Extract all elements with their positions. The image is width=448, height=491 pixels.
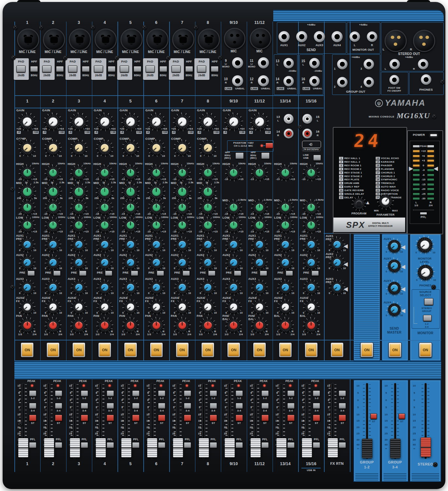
- pan-knob-9-10[interactable]: [227, 319, 240, 332]
- low-eq-knob-6[interactable]: [150, 219, 163, 232]
- pre-button-6[interactable]: [156, 271, 164, 276]
- aux2-knob-2[interactable]: [47, 256, 59, 269]
- assign-3-4-6[interactable]: [158, 403, 166, 409]
- send-master-aux1-knob[interactable]: [388, 240, 401, 252]
- phones-level-knob[interactable]: [418, 265, 433, 280]
- mid-freq-knob-3[interactable]: [72, 185, 86, 199]
- assign-3-4-5[interactable]: [132, 403, 140, 409]
- low-eq-knob-9-10[interactable]: [227, 219, 240, 232]
- pre-button-8[interactable]: [208, 271, 216, 276]
- assign-st-15-16[interactable]: [313, 415, 320, 422]
- pre-button-4[interactable]: [105, 271, 112, 276]
- pfl-button-8[interactable]: [209, 442, 217, 448]
- send-master-aux3-knob[interactable]: [388, 282, 401, 294]
- pre-button-2[interactable]: [53, 271, 61, 276]
- pan-knob-5[interactable]: [124, 319, 137, 332]
- on-button-8[interactable]: ON: [201, 342, 214, 357]
- aux2-knob-4[interactable]: [99, 256, 111, 269]
- fxrtn-aux2-knob[interactable]: [331, 256, 343, 269]
- aux1-knob-6[interactable]: [150, 238, 163, 251]
- fader-cap-stereo[interactable]: [421, 437, 431, 457]
- pfl-button-4[interactable]: [106, 442, 114, 448]
- aux3-knob-6[interactable]: [150, 281, 163, 294]
- high-eq-knob-2[interactable]: [46, 166, 60, 179]
- mid-freq-knob-5[interactable]: [123, 185, 138, 199]
- aux4-knob-9-10[interactable]: [227, 301, 240, 313]
- aux1-knob-11-12[interactable]: [253, 238, 266, 251]
- pre-button-11-12[interactable]: [260, 271, 267, 276]
- hpf-button-ch3[interactable]: [82, 66, 90, 72]
- pad-button-ch5[interactable]: [120, 65, 129, 73]
- on-button-3[interactable]: ON: [72, 342, 85, 357]
- comp-knob-7[interactable]: [175, 141, 189, 155]
- assign-st-13-14[interactable]: [287, 415, 295, 422]
- assign-1-2-11-12[interactable]: [261, 391, 269, 397]
- pad-button-ch4[interactable]: [94, 65, 103, 73]
- pfl-button-5[interactable]: [132, 442, 140, 448]
- on-button-7[interactable]: ON: [176, 342, 189, 357]
- fader-cap-9-10[interactable]: [224, 438, 235, 458]
- aux3-knob-13-14[interactable]: [279, 281, 292, 294]
- on-button-1[interactable]: ON: [21, 342, 34, 357]
- high-eq-knob-6[interactable]: [150, 166, 163, 179]
- assign-1-2-3[interactable]: [81, 391, 88, 397]
- assign-3-4-1[interactable]: [29, 403, 37, 409]
- assign-1-2-1[interactable]: [29, 391, 37, 397]
- assign-3-4-9-10[interactable]: [235, 403, 243, 409]
- mid-eq-knob-15-16[interactable]: [305, 201, 318, 214]
- mid-freq-knob-4[interactable]: [98, 185, 112, 199]
- assign-st-8[interactable]: [209, 415, 217, 422]
- assign-st-7[interactable]: [184, 415, 191, 422]
- assign-1-2-13-14[interactable]: [287, 391, 295, 397]
- mid-eq-knob-13-14[interactable]: [279, 201, 292, 214]
- assign-3-4-13-14[interactable]: [287, 403, 295, 409]
- assign-3-4-15-16[interactable]: [313, 403, 320, 409]
- on-button-FX-RTN[interactable]: ON: [331, 342, 344, 357]
- aux1-knob-13-14[interactable]: [279, 238, 292, 251]
- aux2-knob-7[interactable]: [176, 256, 188, 269]
- pan-knob-2[interactable]: [46, 319, 60, 332]
- comp-knob-2[interactable]: [46, 141, 60, 155]
- fader-cap-13-14[interactable]: [276, 438, 287, 458]
- fader-cap-2[interactable]: [44, 438, 54, 458]
- aux3-knob-11-12[interactable]: [253, 281, 266, 294]
- source-select-switch-1[interactable]: [424, 298, 433, 305]
- assign-st-5[interactable]: [132, 415, 140, 422]
- aux2-knob-9-10[interactable]: [227, 256, 240, 269]
- aux1-knob-5[interactable]: [124, 238, 137, 251]
- pre-button-13-14[interactable]: [285, 271, 293, 276]
- assign-3-4-11-12[interactable]: [261, 403, 269, 409]
- aux1-knob-2[interactable]: [47, 238, 59, 251]
- aux4-knob-4[interactable]: [99, 301, 111, 313]
- pfl-button-7[interactable]: [184, 442, 191, 448]
- pan-knob-6[interactable]: [150, 319, 163, 332]
- aux1-knob-7[interactable]: [176, 238, 188, 251]
- source-select-switch-2[interactable]: [423, 315, 432, 321]
- pfl-button-6[interactable]: [158, 442, 166, 448]
- high-eq-knob-15-16[interactable]: [305, 166, 318, 179]
- pad-button-ch3[interactable]: [68, 65, 77, 73]
- mid-freq-knob-6[interactable]: [149, 185, 164, 199]
- hpf-mic-button-9-10[interactable]: [235, 153, 244, 159]
- aux3-knob-4[interactable]: [99, 281, 111, 294]
- aux3-knob-7[interactable]: [176, 281, 188, 294]
- fader-cap-group-1-2[interactable]: [362, 439, 372, 458]
- aux2-knob-15-16[interactable]: [305, 256, 317, 269]
- gain-knob-3[interactable]: [71, 114, 86, 129]
- aux2-knob-5[interactable]: [124, 256, 137, 269]
- hpf-button-ch2[interactable]: [56, 66, 64, 72]
- aux4-knob-11-12[interactable]: [253, 301, 266, 313]
- pad-button-ch1[interactable]: [16, 65, 26, 73]
- aux3-knob-15-16[interactable]: [305, 281, 317, 294]
- gain-knob-7[interactable]: [175, 114, 190, 129]
- assign-st-FX-RTN[interactable]: [339, 415, 346, 422]
- pfl-button-1[interactable]: [29, 442, 37, 448]
- low-eq-knob-7[interactable]: [176, 219, 189, 232]
- low-eq-knob-4[interactable]: [98, 219, 111, 232]
- high-eq-knob-4[interactable]: [98, 166, 111, 179]
- comp-knob-4[interactable]: [98, 141, 112, 155]
- assign-1-2-8[interactable]: [209, 391, 217, 397]
- assign-3-4-2[interactable]: [55, 403, 62, 409]
- assign-st-6[interactable]: [158, 415, 166, 422]
- aux2-knob-6[interactable]: [150, 256, 163, 269]
